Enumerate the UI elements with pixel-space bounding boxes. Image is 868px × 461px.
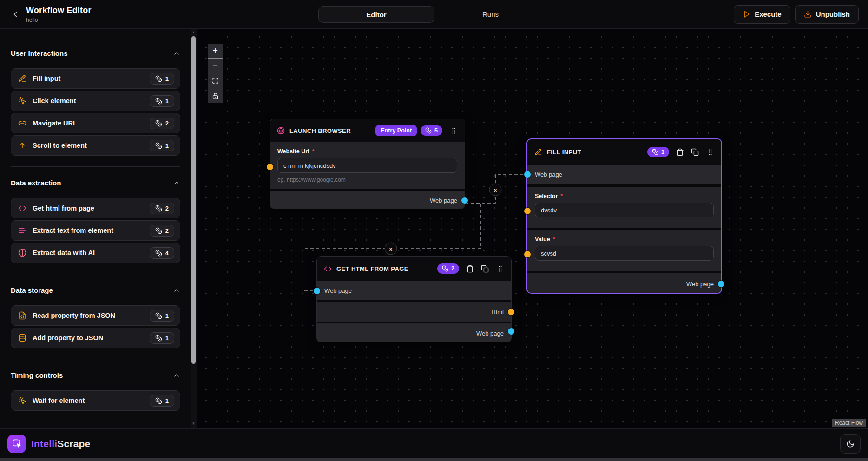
input-handle-web-page[interactable]	[524, 171, 531, 178]
input-handle-selector[interactable]	[524, 208, 531, 214]
tab-editor[interactable]: Editor	[318, 6, 434, 23]
credits-badge: 1	[150, 95, 174, 107]
node-fill-input[interactable]: FILL INPUT 1 Web page Selector*	[526, 138, 722, 294]
sidebar-item-click-element[interactable]: Click element 1	[11, 91, 180, 111]
drag-handle-icon[interactable]	[496, 265, 504, 273]
drag-handle-icon[interactable]	[450, 127, 458, 135]
unpublish-label: Unpublish	[816, 10, 850, 18]
section-data-extraction[interactable]: Data extraction	[11, 179, 180, 187]
entry-point-badge: Entry Point	[375, 125, 417, 136]
output-handle-web-page[interactable]	[508, 328, 514, 335]
input-handle-value[interactable]	[524, 251, 531, 257]
delete-node-icon[interactable]	[676, 148, 684, 156]
credits-badge: 1	[150, 140, 174, 151]
section-timing-controls[interactable]: Timing controls	[11, 371, 180, 379]
output-handle-web-page[interactable]	[461, 197, 468, 204]
credits-badge: 2	[150, 203, 174, 214]
credits-badge: 1	[150, 310, 174, 322]
zoom-in-button[interactable]: +	[208, 44, 223, 59]
execute-button[interactable]: Execute	[734, 5, 790, 24]
input-label: Web page	[324, 287, 352, 294]
sidebar-item-fill-input[interactable]: Fill input 1	[11, 68, 180, 89]
theme-toggle-button[interactable]	[840, 434, 861, 454]
mouse-pointer-click-icon	[18, 396, 26, 405]
chevron-up-icon	[173, 287, 180, 294]
sidebar-scrollbar[interactable]: ▲ ▼	[191, 29, 197, 428]
chevron-left-icon	[11, 10, 20, 19]
sidebar-item-wait-for-element[interactable]: Wait for element 1	[11, 390, 180, 411]
node-get-html-from-page[interactable]: GET HTML FROM PAGE 2 Web page Html	[316, 256, 512, 342]
duplicate-node-icon[interactable]	[481, 265, 489, 273]
sidebar-item-get-html[interactable]: Get html from page 2	[11, 198, 180, 218]
credits-badge: 1	[150, 395, 174, 407]
required-asterisk: *	[560, 193, 563, 199]
sidebar-item-add-property-json[interactable]: Add property to JSON 1	[11, 328, 180, 348]
back-button[interactable]	[9, 8, 21, 20]
output-handle-html[interactable]	[508, 309, 514, 315]
input-handle-website-url[interactable]	[267, 164, 273, 170]
file-json-icon	[18, 311, 26, 320]
coins-icon	[155, 142, 162, 149]
sidebar-item-navigate-url[interactable]: Mavigate URL 2	[11, 113, 180, 133]
flow-canvas[interactable]: + − x x LAUNCH BROWSER Entry Point 5	[197, 29, 868, 428]
edge-delete-button[interactable]: x	[489, 184, 502, 196]
section-title: Data extraction	[11, 179, 61, 187]
section-title: Data storage	[11, 286, 53, 294]
coins-icon	[155, 98, 162, 105]
zoom-out-button[interactable]: −	[208, 59, 223, 73]
fit-view-icon	[212, 77, 219, 84]
field-label: Value*	[535, 236, 714, 243]
selector-input[interactable]	[535, 203, 714, 217]
output-row-web-page: Web page	[527, 273, 721, 293]
node-credits-badge: 2	[437, 263, 459, 274]
sidebar-item-read-property-json[interactable]: Read property from JSON 1	[11, 305, 180, 326]
arrow-up-icon	[18, 141, 26, 150]
node-credits-badge: 1	[647, 147, 669, 157]
output-handle-web-page[interactable]	[718, 281, 724, 287]
logo-cursor-icon	[12, 438, 22, 449]
credits-badge: 1	[150, 332, 174, 344]
scrollbar-thumb[interactable]	[191, 36, 196, 364]
sidebar-item-extract-data-ai[interactable]: Extract data with AI 4	[11, 243, 180, 263]
lock-button[interactable]	[208, 88, 223, 103]
chevron-up-icon	[173, 179, 180, 187]
edge-delete-button[interactable]: x	[385, 243, 397, 255]
node-title: LAUNCH BROWSER	[289, 127, 351, 134]
item-label: Read property from JSON	[33, 312, 115, 319]
fit-view-button[interactable]	[208, 73, 223, 88]
section-data-storage[interactable]: Data storage	[11, 286, 180, 294]
sidebar-item-extract-text[interactable]: Extract text from element 2	[11, 220, 180, 241]
node-header[interactable]: LAUNCH BROWSER Entry Point 5	[270, 119, 465, 142]
scroll-down-arrow[interactable]: ▼	[191, 420, 197, 427]
section-divider	[11, 359, 180, 359]
pencil-icon	[534, 148, 542, 156]
intelliscrape-logo	[7, 435, 26, 453]
window-bottom-strip	[0, 458, 868, 461]
credits-badge: 2	[150, 225, 174, 237]
delete-node-icon[interactable]	[466, 265, 474, 273]
credits-badge: 2	[150, 118, 174, 129]
pencil-icon	[18, 74, 26, 83]
coins-icon	[425, 127, 432, 134]
node-credits-badge: 5	[421, 125, 442, 136]
input-handle-web-page[interactable]	[314, 288, 320, 294]
node-header[interactable]: FILL INPUT 1	[527, 139, 721, 165]
section-user-interactions[interactable]: User Interactions	[11, 49, 180, 57]
react-flow-attribution[interactable]: React Flow	[832, 419, 866, 427]
node-body: Selector*	[527, 187, 721, 228]
duplicate-node-icon[interactable]	[691, 148, 699, 156]
sidebar-item-scroll-to-element[interactable]: Scroll to element 1	[11, 135, 180, 156]
output-label: Web page	[476, 330, 504, 337]
drag-handle-icon[interactable]	[706, 148, 714, 156]
website-url-input[interactable]	[277, 158, 457, 173]
node-header[interactable]: GET HTML FROM PAGE 2	[317, 257, 511, 281]
coins-icon	[155, 120, 162, 127]
field-helper-text: eg. https://www.google.com	[277, 177, 457, 183]
mouse-pointer-click-icon	[18, 97, 26, 105]
value-input[interactable]	[535, 246, 714, 261]
scroll-up-arrow[interactable]: ▲	[191, 29, 197, 35]
unpublish-button[interactable]: Unpublish	[795, 5, 859, 24]
tab-runs[interactable]: Runs	[482, 10, 499, 18]
section-title: Timing controls	[11, 371, 63, 379]
node-launch-browser[interactable]: LAUNCH BROWSER Entry Point 5 Website Url…	[270, 119, 465, 209]
